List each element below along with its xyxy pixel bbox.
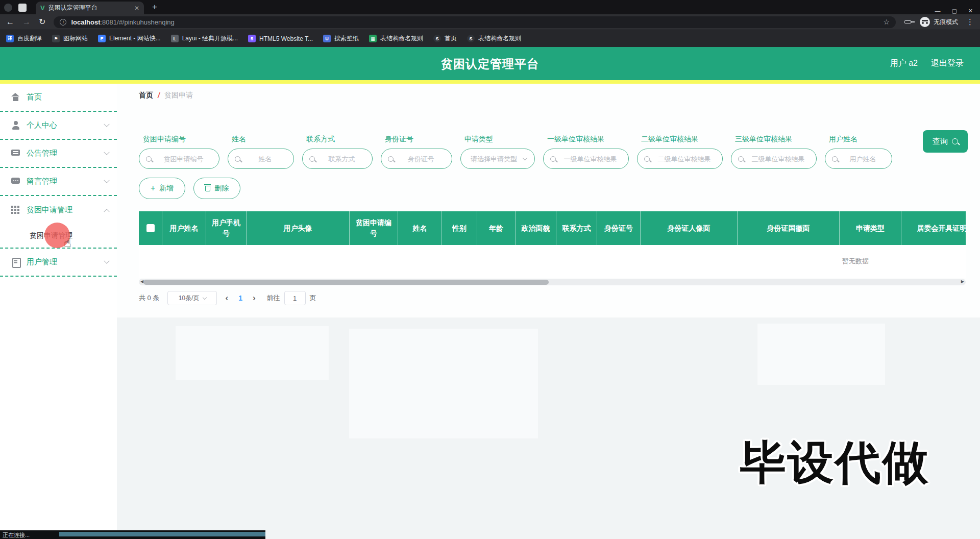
chevron-icon	[104, 121, 109, 127]
sidebar-item-icon	[11, 93, 20, 102]
reload-button[interactable]: ↻	[39, 18, 45, 26]
bookmark-favicon-icon: L	[171, 35, 179, 42]
back-button[interactable]: ←	[6, 18, 14, 26]
search-field-input[interactable]	[155, 155, 212, 163]
search-field-input[interactable]	[243, 155, 287, 163]
data-table: 用户姓名 用户手机号 用户头像 贫困申请编号 姓名 性别 年龄 政治面貌	[139, 211, 966, 285]
bookmark-label: 表结构命名规则	[478, 34, 521, 43]
pagination: 共 0 条 10条/页 ‹ 1 › 前往 页	[139, 291, 316, 305]
sidebar-item[interactable]: 用户管理	[0, 249, 117, 277]
search-field-input[interactable]	[653, 155, 716, 163]
sidebar-item[interactable]: 公告管理	[0, 140, 117, 168]
search-field-input[interactable]	[318, 155, 365, 163]
search-field: 一级单位审核结果	[543, 135, 629, 169]
search-icon	[388, 156, 394, 162]
search-icon	[550, 156, 556, 162]
bookmark-favicon-icon: S	[433, 35, 441, 42]
bookmark-item[interactable]: 5 HTML5 Website T...	[248, 35, 313, 42]
incognito-badge: 无痕模式	[920, 17, 958, 27]
chevron-icon	[104, 149, 109, 155]
bookmark-item[interactable]: S 首页	[433, 34, 457, 43]
search-field-input-wrap	[460, 149, 535, 169]
empty-data-label: 暂无数据	[842, 257, 869, 266]
table-header-cell: 贫困申请编号	[350, 211, 398, 245]
bookmark-item[interactable]: S 表结构命名规则	[467, 34, 521, 43]
browser-tab[interactable]: V 贫困认定管理平台 ✕	[36, 2, 144, 14]
bookmark-star-icon[interactable]: ☆	[883, 18, 890, 26]
bookmark-item[interactable]: ▦ 表结构命名规则	[369, 34, 423, 43]
current-page-button[interactable]: 1	[236, 294, 244, 302]
incognito-icon	[920, 17, 930, 27]
sidebar-item[interactable]: 个人中心	[0, 112, 117, 140]
bookmark-item[interactable]: L Layui - 经典开源模...	[171, 34, 238, 43]
sidebar-item[interactable]: 贫困申请管理	[0, 196, 117, 224]
vue-favicon-icon: V	[40, 4, 45, 12]
search-field-input-wrap	[139, 149, 219, 169]
bookmark-favicon-icon: S	[467, 35, 475, 42]
password-key-icon[interactable]	[904, 20, 912, 23]
search-field-input[interactable]	[468, 155, 520, 163]
bookmark-label: Layui - 经典开源模...	[182, 34, 238, 43]
table-header-cell: 身份证人像面	[641, 211, 738, 245]
tab-close-icon[interactable]: ✕	[134, 5, 139, 12]
search-icon	[952, 138, 958, 144]
status-bar: 正在连接...	[0, 530, 265, 539]
bookmark-item[interactable]: 译 百度翻译	[6, 34, 42, 43]
delete-button[interactable]: 删除	[193, 178, 240, 199]
table-header-cell: 身份证国徽面	[738, 211, 840, 245]
app-header: 贫困认定管理平台 用户 a2 退出登录	[0, 47, 980, 80]
logout-link[interactable]: 退出登录	[931, 58, 964, 69]
search-field-input-wrap	[228, 149, 294, 169]
page-size-select[interactable]: 10条/页	[167, 291, 217, 305]
search-field: 身份证号	[381, 135, 452, 169]
search-field-input[interactable]	[397, 155, 445, 163]
sidebar-item-label: 个人中心	[27, 120, 57, 130]
new-tab-button[interactable]: +	[152, 2, 157, 12]
sidebar-item[interactable]: 留言管理	[0, 168, 117, 196]
search-field: 二级单位审核结果	[637, 135, 723, 169]
table-actions: + 新增 删除	[139, 178, 240, 199]
select-all-checkbox[interactable]	[146, 224, 155, 232]
browser-menu-icon[interactable]: ⋮	[966, 17, 974, 27]
horizontal-scrollbar[interactable]: ◀ ▶	[139, 279, 966, 285]
next-page-button[interactable]: ›	[250, 293, 259, 303]
query-button[interactable]: 查询	[923, 130, 968, 153]
chevron-icon	[104, 177, 109, 183]
window-minimize-button[interactable]: —	[935, 8, 940, 14]
browser-toolbar: ← → ↻ i localhost:8081/#/pinkuhushenqing…	[0, 14, 980, 30]
sidebar-item[interactable]: 首页	[0, 84, 117, 112]
bookmark-label: 表结构命名规则	[380, 34, 423, 43]
table-header-cell: 联系方式	[556, 211, 597, 245]
site-info-icon[interactable]: i	[60, 19, 66, 26]
forward-button[interactable]: →	[22, 18, 31, 26]
bookmark-item[interactable]: ⚑ 图标网站	[52, 34, 88, 43]
goto-page-input[interactable]	[284, 291, 306, 305]
recorder-icon	[4, 4, 12, 12]
sidebar-item-label: 贫困申请管理	[27, 205, 72, 215]
table-body: 暂无数据	[139, 245, 966, 278]
sidebar: 首页 个人中心 公告管理 留言管理 贫困	[0, 84, 117, 539]
bookmark-item[interactable]: U 搜索壁纸	[323, 34, 359, 43]
search-field-input[interactable]	[559, 155, 622, 163]
bookmark-item[interactable]: E Element - 网站快...	[98, 34, 161, 43]
url-bar[interactable]: i localhost:8081/#/pinkuhushenqing ☆	[54, 16, 896, 28]
search-field-input[interactable]	[747, 155, 810, 163]
add-button[interactable]: + 新增	[139, 178, 185, 199]
tab-title: 贫困认定管理平台	[48, 4, 131, 12]
search-field-input[interactable]	[841, 155, 885, 163]
window-close-button[interactable]: ✕	[968, 8, 973, 14]
breadcrumb-home[interactable]: 首页	[139, 91, 153, 100]
table-header-checkbox-cell	[139, 211, 162, 245]
prev-page-button[interactable]: ‹	[222, 293, 231, 303]
bookmark-favicon-icon: U	[323, 35, 331, 42]
scroll-right-icon[interactable]: ▶	[961, 279, 964, 284]
search-field: 姓名	[228, 135, 294, 169]
search-field-label: 身份证号	[381, 135, 452, 144]
breadcrumb: 首页 / 贫困申请	[139, 91, 193, 100]
table-header-cell: 用户头像	[247, 211, 350, 245]
search-icon	[146, 156, 152, 162]
scrollbar-thumb[interactable]	[143, 280, 549, 285]
bookmark-favicon-icon: E	[98, 35, 106, 42]
chevron-icon	[104, 258, 109, 263]
window-maximize-button[interactable]: ▢	[951, 8, 957, 14]
